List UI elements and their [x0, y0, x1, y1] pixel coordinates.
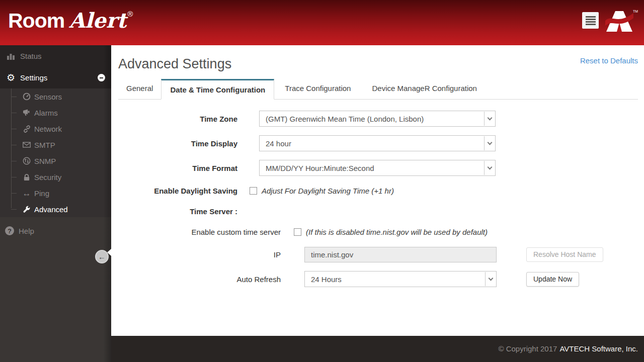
submenu-label: Ping	[34, 189, 49, 198]
time-zone-value: (GMT) Greenwich Mean Time (London, Lisbo…	[260, 115, 424, 123]
auto-refresh-label: Auto Refresh	[111, 275, 281, 284]
sidebar-item-advanced[interactable]: Advanced	[0, 201, 111, 217]
submenu-label: Advanced	[34, 205, 68, 214]
left-arrow-icon: ←	[98, 252, 106, 261]
time-zone-select[interactable]: (GMT) Greenwich Mean Time (London, Lisbo…	[259, 111, 496, 127]
tab-bar: General Date & Time Configuration Trace …	[118, 78, 638, 100]
gear-icon: ⚙	[7, 73, 15, 82]
trademark-text: TM	[633, 10, 638, 13]
brand-room-text: Room	[8, 9, 64, 32]
main-content: Reset to Defaults Advanced Settings Gene…	[111, 45, 644, 336]
settings-submenu: Sensors Alarms	[0, 88, 111, 217]
wrench-icon	[22, 206, 31, 213]
status-label: Status	[20, 52, 42, 60]
help-question-icon: ?	[5, 226, 14, 235]
date-time-form: Time Zone (GMT) Greenwich Mean Time (Lon…	[111, 100, 644, 287]
daylight-saving-label: Enable Daylight Saving	[111, 187, 237, 195]
ip-input[interactable]	[304, 247, 497, 262]
sidebar-item-security[interactable]: Security	[0, 169, 111, 185]
room-alert-brand: RoomAlert®	[8, 9, 133, 33]
auto-refresh-select[interactable]: 24 Hours	[304, 271, 497, 287]
time-format-row: Time Format MM/DD/YY Hour:Minute:Second	[111, 160, 644, 176]
sync-arrows-icon	[22, 157, 31, 165]
sidebar-item-ping[interactable]: ↔ Ping	[0, 185, 111, 201]
submenu-label: SMTP	[34, 141, 55, 149]
select-arrow-button[interactable]	[484, 136, 495, 150]
menu-list-button[interactable]	[582, 12, 599, 29]
sidebar: Status ⚙ Settings Sensors	[0, 45, 111, 362]
tab-device-manager-configuration[interactable]: Device ManageR Configuration	[361, 78, 487, 99]
help-label: Help	[19, 227, 34, 235]
daylight-saving-row: Enable Daylight Saving Adjust For Daylig…	[111, 185, 644, 197]
submenu-label: Network	[34, 125, 62, 133]
sidebar-main-nav: Status ⚙ Settings	[0, 45, 111, 88]
time-display-select[interactable]: 24 hour	[259, 135, 496, 151]
copyright-text: © Copyright 2017	[498, 344, 557, 353]
avtech-logo: TM	[605, 10, 638, 35]
custom-time-server-row: Enable custom time server (If this is di…	[111, 226, 644, 238]
registered-mark: ®	[127, 10, 133, 18]
chevron-down-icon	[488, 276, 493, 281]
time-server-label: Time Server :	[111, 207, 237, 216]
custom-time-server-label: Enable custom time server	[111, 228, 281, 236]
sidebar-collapse-button[interactable]: ←	[95, 250, 109, 263]
time-zone-label: Time Zone	[111, 115, 237, 123]
chevron-down-icon	[487, 165, 492, 170]
sidebar-item-network[interactable]: Network	[0, 121, 111, 137]
sidebar-item-snmp[interactable]: SNMP	[0, 153, 111, 169]
sidebar-item-alarms[interactable]: Alarms	[0, 105, 111, 121]
megaphone-icon	[22, 109, 31, 116]
tab-date-time-configuration[interactable]: Date & Time Configuration	[161, 79, 274, 100]
envelope-icon	[22, 142, 31, 148]
select-arrow-button[interactable]	[484, 161, 495, 175]
time-format-label: Time Format	[111, 164, 237, 172]
chevron-down-icon	[487, 116, 492, 121]
auto-refresh-row: Auto Refresh 24 Hours Update Now	[111, 271, 644, 287]
submenu-label: Security	[34, 173, 61, 182]
ip-row: IP Resolve Host Name	[111, 246, 644, 262]
time-display-label: Time Display	[111, 139, 237, 148]
daylight-saving-checkbox[interactable]	[250, 187, 257, 195]
update-now-button[interactable]: Update Now	[526, 272, 579, 287]
footer: © Copyright 2017AVTECH Software, Inc.	[111, 336, 644, 362]
auto-refresh-value: 24 Hours	[305, 275, 342, 284]
settings-label: Settings	[20, 73, 47, 82]
time-server-heading-row: Time Server :	[111, 205, 644, 217]
link-icon	[22, 125, 31, 133]
time-format-value: MM/DD/YY Hour:Minute:Second	[260, 164, 374, 172]
daylight-saving-hint: Adjust For Daylight Saving Time (+1 hr)	[262, 187, 394, 195]
bar-chart-icon	[7, 52, 15, 60]
time-display-row: Time Display 24 hour	[111, 135, 644, 151]
tab-general[interactable]: General	[118, 78, 161, 99]
collapse-minus-icon[interactable]	[98, 74, 105, 81]
sidebar-item-smtp[interactable]: SMTP	[0, 137, 111, 153]
reset-to-defaults-link[interactable]: Reset to Defaults	[580, 56, 638, 65]
time-format-select[interactable]: MM/DD/YY Hour:Minute:Second	[259, 160, 496, 176]
time-display-value: 24 hour	[260, 139, 291, 148]
submenu-label: Sensors	[34, 93, 62, 101]
brand-alert-text: Alert	[69, 9, 126, 33]
sidebar-item-settings[interactable]: ⚙ Settings	[0, 67, 111, 88]
gauge-icon	[22, 93, 31, 101]
select-arrow-button[interactable]	[485, 272, 496, 286]
sidebar-item-status[interactable]: Status	[0, 45, 111, 67]
room-alert-app: RoomAlert® TM	[0, 0, 644, 362]
select-arrow-button[interactable]	[484, 112, 495, 126]
avtech-a-icon	[605, 10, 634, 33]
menu-icon	[586, 16, 596, 18]
sidebar-item-sensors[interactable]: Sensors	[0, 88, 111, 105]
chevron-down-icon	[487, 140, 492, 145]
sidebar-item-help[interactable]: ? Help	[0, 222, 111, 239]
time-zone-row: Time Zone (GMT) Greenwich Mean Time (Lon…	[111, 111, 644, 127]
double-arrow-icon: ↔	[22, 189, 31, 198]
ip-label: IP	[111, 250, 281, 259]
tab-trace-configuration[interactable]: Trace Configuration	[274, 78, 361, 99]
custom-time-server-hint: (If this is disabled time.nist.gov will …	[306, 228, 488, 236]
app-header: RoomAlert® TM	[0, 0, 644, 45]
company-name: AVTECH Software, Inc.	[559, 344, 638, 353]
submenu-label: Alarms	[34, 109, 58, 117]
resolve-host-name-button[interactable]: Resolve Host Name	[526, 247, 603, 262]
custom-time-server-checkbox[interactable]	[294, 228, 301, 236]
submenu-label: SNMP	[34, 157, 56, 165]
page-title: Advanced Settings	[118, 56, 644, 72]
